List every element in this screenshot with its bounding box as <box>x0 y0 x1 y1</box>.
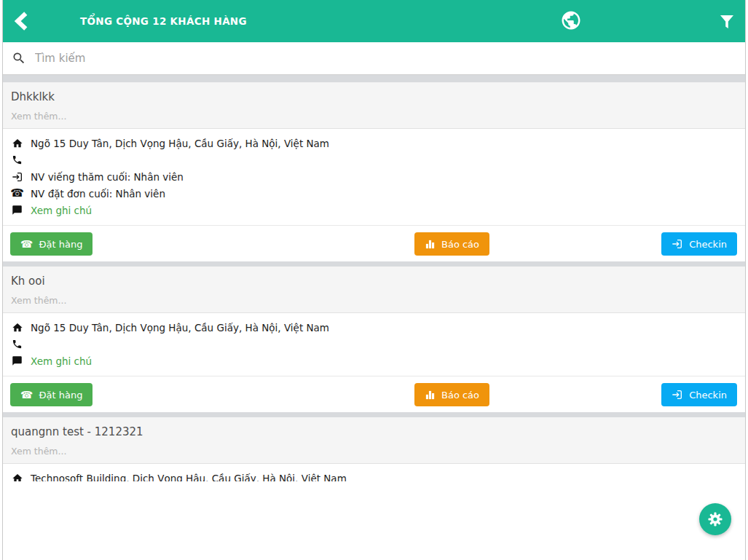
last-visit-row: NV viếng thăm cuối: Nhân viên <box>11 168 737 185</box>
search-icon <box>12 51 26 66</box>
card-body: Ngõ 15 Duy Tân, Dịch Vọng Hậu, Cầu Giấy,… <box>3 129 745 225</box>
phone-row <box>11 336 737 352</box>
card-actions: ☎ Đặt hàng Báo cáo Checkin <box>3 225 745 261</box>
app-frame: TỔNG CỘNG 12 KHÁCH HÀNG Dhkklkk Xem thêm… <box>2 0 746 560</box>
see-more-link[interactable]: Xem thêm... <box>11 446 737 457</box>
address-text: Ngõ 15 Duy Tân, Dịch Vọng Hậu, Cầu Giấy,… <box>31 138 329 149</box>
divider <box>3 261 745 267</box>
report-button[interactable]: Báo cáo <box>414 232 489 256</box>
customer-name: Kh ooi <box>11 275 737 288</box>
card-body: Technosoft Building, Dịch Vọng Hậu, Cầu … <box>3 464 745 481</box>
globe-button[interactable] <box>560 9 582 31</box>
report-button[interactable]: Báo cáo <box>414 383 489 406</box>
home-icon <box>11 137 23 149</box>
bar-chart-icon <box>425 239 436 250</box>
telephone-icon: ☎ <box>20 390 33 400</box>
back-button[interactable] <box>12 11 32 31</box>
comment-icon <box>11 204 23 216</box>
search-bar <box>3 42 745 75</box>
phone-icon <box>11 154 23 166</box>
chevron-left-icon <box>12 11 32 31</box>
phone-row <box>11 151 737 168</box>
order-button[interactable]: ☎ Đặt hàng <box>10 232 92 256</box>
report-button-label: Báo cáo <box>441 390 479 401</box>
address-row: Ngõ 15 Duy Tân, Dịch Vọng Hậu, Cầu Giấy,… <box>11 319 737 336</box>
customer-card: Dhkklkk Xem thêm... Ngõ 15 Duy Tân, Dịch… <box>3 82 745 261</box>
customer-list: Dhkklkk Xem thêm... Ngõ 15 Duy Tân, Dịch… <box>3 82 745 481</box>
address-row: Ngõ 15 Duy Tân, Dịch Vọng Hậu, Cầu Giấy,… <box>11 135 737 151</box>
sign-in-icon <box>672 389 683 401</box>
card-body: Ngõ 15 Duy Tân, Dịch Vọng Hậu, Cầu Giấy,… <box>3 313 745 376</box>
order-button-label: Đặt hàng <box>39 239 82 250</box>
last-order-row: ☎ NV đặt đơn cuối: Nhân viên <box>11 185 737 202</box>
filter-funnel-icon <box>718 12 736 31</box>
comment-icon <box>11 355 23 367</box>
app-bar: TỔNG CỘNG 12 KHÁCH HÀNG <box>3 0 745 42</box>
order-button-label: Đặt hàng <box>39 390 82 401</box>
globe-icon <box>560 9 582 31</box>
last-visit-text: NV viếng thăm cuối: Nhân viên <box>31 171 184 183</box>
order-button[interactable]: ☎ Đặt hàng <box>10 383 92 406</box>
notes-row: Xem ghi chú <box>11 202 737 218</box>
checkin-button[interactable]: Checkin <box>661 232 737 256</box>
see-more-link[interactable]: Xem thêm... <box>11 295 737 306</box>
telephone-icon: ☎ <box>20 239 33 249</box>
card-actions: ☎ Đặt hàng Báo cáo Checkin <box>3 376 745 412</box>
notes-row: Xem ghi chú <box>11 352 737 369</box>
phone-icon <box>11 338 23 350</box>
divider <box>3 75 745 82</box>
see-notes-link[interactable]: Xem ghi chú <box>31 205 92 216</box>
checkin-button-label: Checkin <box>689 239 727 250</box>
search-input[interactable] <box>35 52 736 65</box>
card-header: Kh ooi Xem thêm... <box>3 267 745 313</box>
bar-chart-icon <box>425 390 436 401</box>
report-button-label: Báo cáo <box>441 239 479 250</box>
sign-in-icon <box>672 238 683 250</box>
home-icon <box>11 321 23 334</box>
sign-in-icon <box>11 170 23 183</box>
checkin-button[interactable]: Checkin <box>661 383 737 406</box>
gear-icon <box>706 510 724 528</box>
see-notes-link[interactable]: Xem ghi chú <box>31 355 92 367</box>
card-header: Dhkklkk Xem thêm... <box>3 82 745 129</box>
customer-name: quangnn test - 1212321 <box>11 425 737 438</box>
checkin-button-label: Checkin <box>689 390 727 401</box>
see-more-link[interactable]: Xem thêm... <box>11 111 737 122</box>
divider <box>3 412 745 417</box>
last-order-text: NV đặt đơn cuối: Nhân viên <box>31 188 165 200</box>
address-row: Technosoft Building, Dịch Vọng Hậu, Cầu … <box>11 470 737 481</box>
page-title: TỔNG CỘNG 12 KHÁCH HÀNG <box>80 15 247 27</box>
telephone-icon: ☎ <box>11 187 23 200</box>
customer-name: Dhkklkk <box>11 90 737 103</box>
settings-fab-button[interactable] <box>699 503 731 535</box>
customer-card: quangnn test - 1212321 Xem thêm... Techn… <box>3 417 745 481</box>
home-icon <box>11 472 23 481</box>
filter-button[interactable] <box>718 12 736 31</box>
address-text: Ngõ 15 Duy Tân, Dịch Vọng Hậu, Cầu Giấy,… <box>31 322 329 334</box>
card-header: quangnn test - 1212321 Xem thêm... <box>3 417 745 464</box>
address-text: Technosoft Building, Dịch Vọng Hậu, Cầu … <box>31 473 347 482</box>
customer-card: Kh ooi Xem thêm... Ngõ 15 Duy Tân, Dịch … <box>3 267 745 412</box>
